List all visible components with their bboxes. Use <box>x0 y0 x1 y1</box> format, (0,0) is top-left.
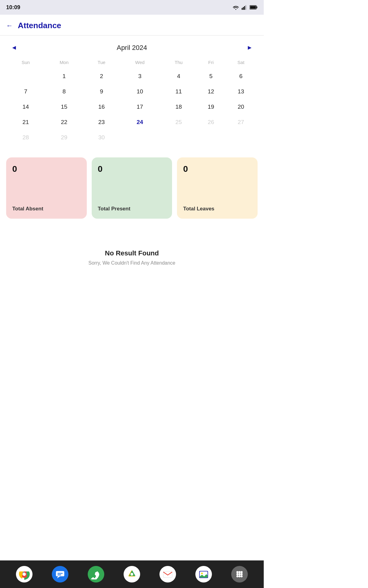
page-title: Attendance <box>18 21 61 30</box>
svg-rect-14 <box>163 571 172 578</box>
calendar-day[interactable]: 24 <box>119 115 161 130</box>
battery-icon <box>250 5 258 9</box>
weekday-header-row: SunMonTueWedThuFriSat <box>7 57 256 69</box>
calendar-day[interactable]: 1 <box>44 69 84 84</box>
calendar-day[interactable]: 5 <box>196 69 225 84</box>
weekday-label: Tue <box>84 57 119 69</box>
calendar-day[interactable]: 18 <box>161 99 197 115</box>
calendar-week-row: 21222324252627 <box>7 115 256 130</box>
prev-month-button[interactable]: ◄ <box>7 43 21 52</box>
calendar-week-row: 78910111213 <box>7 84 256 99</box>
calendar-day[interactable]: 13 <box>225 84 256 99</box>
svg-rect-3 <box>245 5 246 10</box>
weekday-label: Wed <box>119 57 161 69</box>
svg-rect-9 <box>56 571 64 576</box>
calendar-day <box>196 130 225 145</box>
calendar-day[interactable]: 4 <box>161 69 197 84</box>
svg-rect-5 <box>257 6 258 8</box>
calendar-day[interactable]: 22 <box>44 115 84 130</box>
svg-point-22 <box>236 573 239 575</box>
calendar-day[interactable]: 25 <box>161 115 197 130</box>
nav-app-gmail[interactable] <box>159 566 176 582</box>
stat-label-absent: Total Absent <box>12 206 81 212</box>
calendar-day[interactable]: 3 <box>119 69 161 84</box>
svg-rect-11 <box>57 573 63 574</box>
calendar-day[interactable]: 12 <box>196 84 225 99</box>
stat-label-present: Total Present <box>98 206 166 212</box>
calendar-day <box>119 130 161 145</box>
calendar-day[interactable]: 2 <box>84 69 119 84</box>
svg-point-24 <box>241 573 243 575</box>
svg-point-25 <box>236 575 239 577</box>
calendar-month-label: April 2024 <box>117 44 147 52</box>
status-time: 10:09 <box>6 4 20 11</box>
stat-value-present: 0 <box>98 164 166 174</box>
calendar-day[interactable]: 7 <box>7 84 44 99</box>
nav-app-photos[interactable] <box>124 566 140 582</box>
calendar-week-row: 14151617181920 <box>7 99 256 115</box>
svg-point-19 <box>236 571 239 573</box>
stats-section: 0Total Absent0Total Present0Total Leaves <box>0 149 264 225</box>
calendar-day[interactable]: 14 <box>7 99 44 115</box>
back-button[interactable]: ← <box>6 22 13 30</box>
svg-point-26 <box>239 575 241 577</box>
calendar-day[interactable]: 27 <box>225 115 256 130</box>
weekday-label: Sat <box>225 57 256 69</box>
stat-card-present: 0Total Present <box>92 157 172 219</box>
calendar-day[interactable]: 29 <box>44 130 84 145</box>
svg-point-8 <box>22 573 26 576</box>
svg-point-21 <box>241 571 243 573</box>
svg-marker-10 <box>57 576 60 579</box>
nav-app-gallery[interactable] <box>195 566 212 582</box>
nav-app-apps[interactable] <box>231 566 248 582</box>
calendar-grid: SunMonTueWedThuFriSat 123456789101112131… <box>7 57 256 145</box>
empty-subtitle: Sorry, We Couldn't Find Any Attendance <box>88 260 175 266</box>
calendar-day[interactable]: 30 <box>84 130 119 145</box>
calendar-week-row: 123456 <box>7 69 256 84</box>
calendar-day[interactable]: 6 <box>225 69 256 84</box>
svg-point-20 <box>239 571 241 573</box>
calendar-day[interactable]: 26 <box>196 115 225 130</box>
stat-label-leaves: Total Leaves <box>183 206 251 212</box>
calendar-day[interactable]: 20 <box>225 99 256 115</box>
svg-point-18 <box>201 573 203 574</box>
svg-point-13 <box>130 573 133 576</box>
stat-card-leaves: 0Total Leaves <box>177 157 258 219</box>
svg-point-23 <box>239 573 241 575</box>
calendar-day[interactable]: 15 <box>44 99 84 115</box>
weekday-label: Thu <box>161 57 197 69</box>
calendar-day[interactable]: 19 <box>196 99 225 115</box>
empty-title: No Result Found <box>105 249 159 257</box>
calendar-day[interactable]: 16 <box>84 99 119 115</box>
nav-app-chrome[interactable] <box>16 566 33 582</box>
calendar-section: ◄ April 2024 ► SunMonTueWedThuFriSat 123… <box>0 36 264 149</box>
calendar-day[interactable]: 8 <box>44 84 84 99</box>
calendar-day[interactable]: 23 <box>84 115 119 130</box>
nav-app-phone[interactable] <box>88 566 104 582</box>
svg-rect-6 <box>250 6 256 9</box>
status-bar: 10:09 <box>0 0 264 15</box>
weekday-label: Sun <box>7 57 44 69</box>
svg-point-27 <box>241 575 243 577</box>
calendar-day[interactable]: 17 <box>119 99 161 115</box>
wifi-icon <box>232 5 239 10</box>
calendar-day[interactable]: 28 <box>7 130 44 145</box>
calendar-day[interactable]: 21 <box>7 115 44 130</box>
bottom-nav <box>0 560 264 588</box>
svg-rect-0 <box>242 8 243 10</box>
empty-state: No Result Found Sorry, We Couldn't Find … <box>0 225 264 284</box>
calendar-body[interactable]: 1234567891011121314151617181920212223242… <box>7 69 256 145</box>
svg-rect-2 <box>244 6 245 10</box>
calendar-day[interactable]: 9 <box>84 84 119 99</box>
calendar-day[interactable]: 10 <box>119 84 161 99</box>
calendar-day <box>225 130 256 145</box>
calendar-day <box>7 69 44 84</box>
calendar-day[interactable]: 11 <box>161 84 197 99</box>
svg-rect-12 <box>57 575 61 575</box>
nav-app-messages[interactable] <box>52 566 68 582</box>
svg-rect-1 <box>243 7 244 10</box>
stat-value-absent: 0 <box>12 164 81 174</box>
next-month-button[interactable]: ► <box>243 43 256 52</box>
weekday-label: Mon <box>44 57 84 69</box>
stat-value-leaves: 0 <box>183 164 251 174</box>
